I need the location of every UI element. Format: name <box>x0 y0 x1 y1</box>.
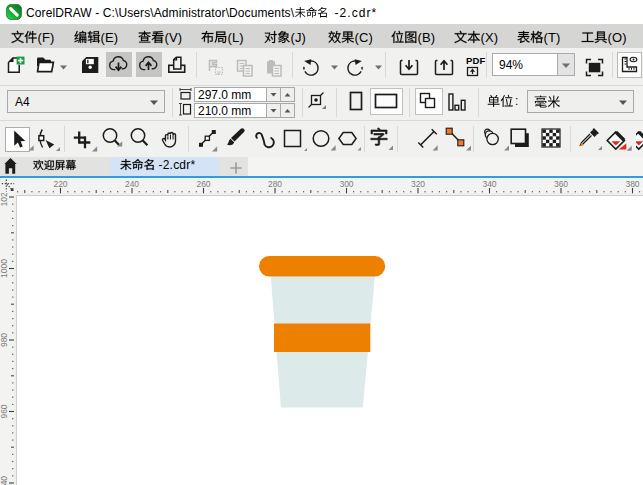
svg-text:1020: 1020 <box>0 193 9 206</box>
svg-text:940: 940 <box>0 476 9 485</box>
svg-text:(C): (C) <box>354 30 373 45</box>
svg-text:360: 360 <box>554 179 568 189</box>
svg-text:380: 380 <box>625 179 639 189</box>
svg-text:340: 340 <box>482 179 496 189</box>
svg-text:280: 280 <box>268 179 282 189</box>
svg-text:320: 320 <box>411 179 425 189</box>
svg-text:1000: 1000 <box>0 259 9 278</box>
svg-text:(L): (L) <box>227 30 244 45</box>
svg-text:220: 220 <box>53 179 67 189</box>
svg-text:(T): (T) <box>544 30 561 45</box>
svg-text:(X): (X) <box>480 30 498 45</box>
svg-text:(V): (V) <box>164 30 182 45</box>
svg-text:(B): (B) <box>417 30 435 45</box>
svg-text:260: 260 <box>196 179 210 189</box>
svg-text:(E): (E) <box>101 30 119 45</box>
svg-text:980: 980 <box>0 333 9 347</box>
svg-text:300: 300 <box>339 179 353 189</box>
svg-text:240: 240 <box>125 179 139 189</box>
svg-text:(J): (J) <box>291 30 307 45</box>
svg-text::: : <box>515 94 518 108</box>
svg-text:(O): (O) <box>607 30 626 45</box>
svg-text:960: 960 <box>0 404 9 418</box>
svg-text:-2.cdr*: -2.cdr* <box>155 158 195 172</box>
svg-text:(F): (F) <box>37 30 54 45</box>
